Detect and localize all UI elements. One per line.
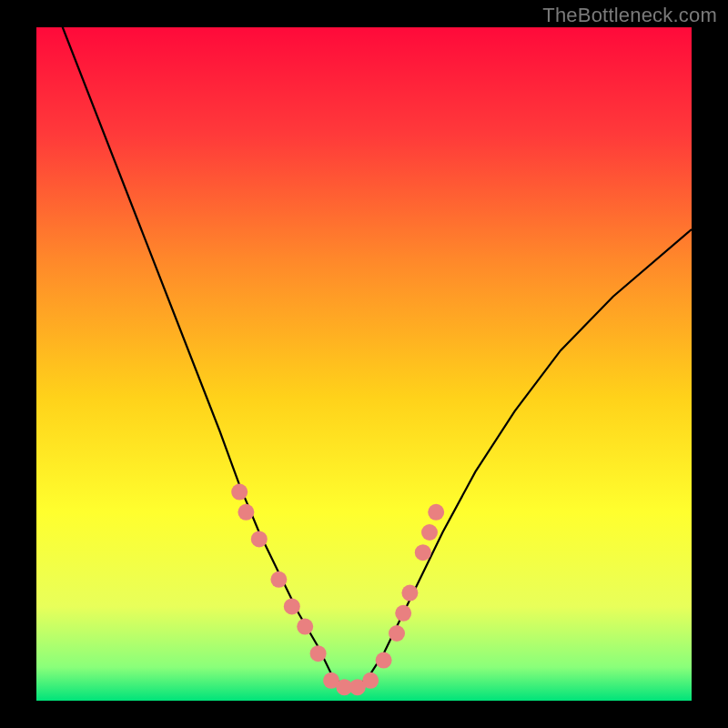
data-marker xyxy=(238,504,254,521)
data-marker xyxy=(401,585,418,602)
plot-background xyxy=(36,27,692,701)
data-marker xyxy=(415,544,431,561)
data-marker xyxy=(428,504,444,521)
watermark-label: TheBottleneck.com xyxy=(542,4,717,27)
data-marker xyxy=(251,531,268,547)
data-marker xyxy=(270,571,287,588)
bottleneck-curve-chart xyxy=(0,0,728,728)
data-marker xyxy=(231,484,248,500)
chart-frame: TheBottleneck.com xyxy=(0,0,728,728)
data-marker xyxy=(284,598,300,614)
data-marker xyxy=(297,619,313,635)
data-marker xyxy=(395,605,411,622)
data-marker xyxy=(421,524,438,541)
data-marker xyxy=(310,645,327,662)
data-marker xyxy=(389,625,405,642)
data-marker xyxy=(376,652,392,669)
data-marker xyxy=(362,672,379,689)
